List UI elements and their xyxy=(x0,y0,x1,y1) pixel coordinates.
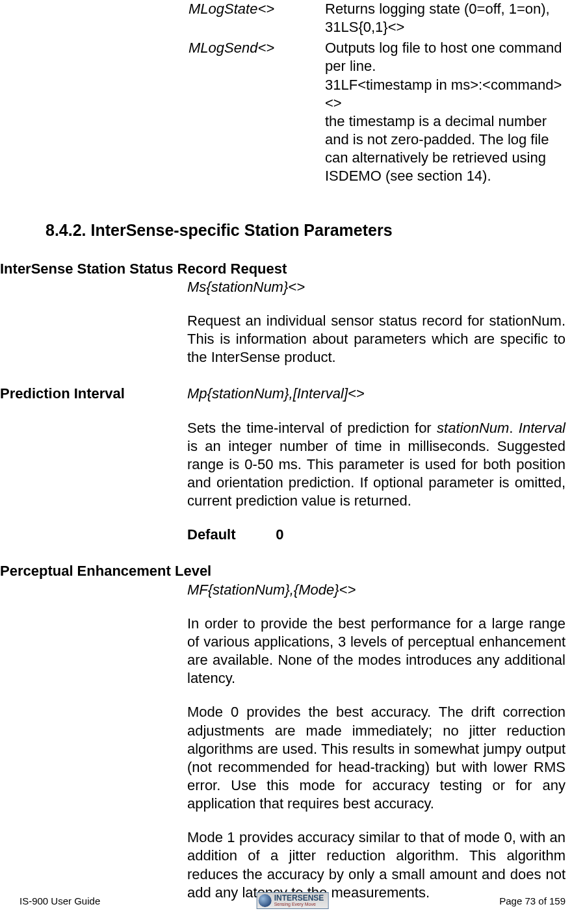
page-footer: IS-900 User Guide INTERSENSE Sensing Eve… xyxy=(20,895,566,907)
intersense-logo-icon: INTERSENSE Sensing Every Move xyxy=(257,892,329,909)
param-row: Prediction IntervalMp{stationNum},[Inter… xyxy=(0,385,566,403)
text-fragment: Sets the time-interval of prediction for xyxy=(187,420,437,436)
param-paragraph: Mode 0 provides the best accuracy. The d… xyxy=(187,703,566,813)
param-paragraph: Mode 1 provides accuracy similar to that… xyxy=(187,828,566,902)
default-label: Default xyxy=(187,526,272,544)
command-desc: Returns logging state (0=off, 1=on), 31L… xyxy=(325,0,566,36)
section-heading: 8.4.2. InterSense-specific Station Param… xyxy=(46,220,566,240)
footer-right: Page 73 of 159 xyxy=(499,895,566,907)
param-syntax: MF{stationNum},{Mode}<> xyxy=(187,581,566,599)
param-syntax: Ms{stationNum}<> xyxy=(187,278,566,296)
command-desc: Outputs log file to host one command per… xyxy=(325,39,566,185)
footer-left: IS-900 User Guide xyxy=(20,895,100,907)
param-paragraph: In order to provide the best performance… xyxy=(187,615,566,688)
default-value: 0 xyxy=(276,526,283,543)
command-name: MLogState<> xyxy=(188,0,325,18)
param-title: InterSense Station Status Record Request xyxy=(0,260,566,278)
logo-top-text: INTERSENSE xyxy=(274,894,324,902)
logo-text: INTERSENSE Sensing Every Move xyxy=(274,894,324,906)
text-emphasis: Interval xyxy=(519,420,566,436)
command-row: MLogState<> Returns logging state (0=off… xyxy=(188,0,566,36)
command-name: MLogSend<> xyxy=(188,39,325,57)
param-status-record: InterSense Station Status Record Request… xyxy=(0,260,566,367)
param-body: Request an individual sensor status reco… xyxy=(187,312,566,366)
param-body: Sets the time-interval of prediction for… xyxy=(187,419,566,511)
globe-icon xyxy=(259,894,272,907)
text-fragment: . xyxy=(509,420,519,436)
logo-sub-text: Sensing Every Move xyxy=(274,902,324,906)
param-syntax: Mp{stationNum},[Interval]<> xyxy=(187,385,365,403)
param-prediction-interval: Prediction IntervalMp{stationNum},[Inter… xyxy=(0,385,566,544)
text-emphasis: stationNum xyxy=(437,420,509,436)
param-perceptual-enhancement: Perceptual Enhancement Level MF{stationN… xyxy=(0,562,566,902)
param-title: Prediction Interval xyxy=(0,385,187,403)
param-title: Perceptual Enhancement Level xyxy=(0,562,566,580)
text-fragment: is an integer number of time in millisec… xyxy=(187,438,566,509)
footer-logo: INTERSENSE Sensing Every Move xyxy=(257,892,329,910)
command-row: MLogSend<> Outputs log file to host one … xyxy=(188,39,566,185)
default-line: Default 0 xyxy=(187,526,566,544)
